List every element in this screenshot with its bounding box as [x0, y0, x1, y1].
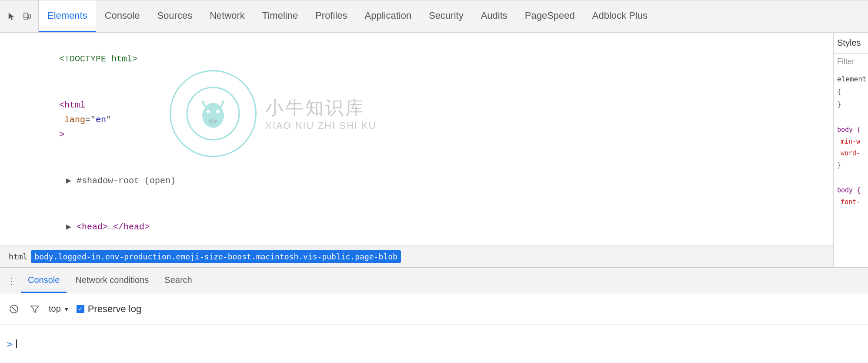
breadcrumb-body[interactable]: body.logged-in.env-production.emoji-size…	[31, 250, 401, 263]
tab-security[interactable]: Security	[420, 0, 472, 32]
styles-content: element { } body { min-w word- } body { …	[834, 70, 868, 212]
main-area: <!DOCTYPE html> <html lang="en" > ▶ #sha…	[0, 33, 868, 267]
preserve-log-checkbox[interactable]: ✓	[77, 305, 84, 313]
clear-console-button[interactable]	[7, 302, 21, 316]
tab-application[interactable]: Application	[356, 0, 421, 32]
svg-rect-0	[24, 13, 28, 19]
console-tab-network-conditions[interactable]: Network conditions	[68, 268, 156, 293]
console-input-area: >	[0, 325, 868, 363]
breadcrumb-bar: html body.logged-in.env-production.emoji…	[0, 245, 833, 267]
console-tab-console[interactable]: Console	[21, 268, 67, 293]
cursor-icon[interactable]	[5, 10, 17, 23]
dom-line[interactable]: <html lang="en" >	[0, 82, 833, 158]
context-selector[interactable]: top ▼	[49, 304, 70, 314]
svg-rect-1	[28, 15, 30, 18]
styles-filter: Filter	[834, 54, 868, 70]
tab-profiles[interactable]: Profiles	[307, 0, 356, 32]
tab-audits[interactable]: Audits	[472, 0, 516, 32]
console-toolbar: top ▼ ✓ Preserve log	[0, 293, 868, 325]
tab-bar-icons	[0, 0, 39, 32]
tab-console[interactable]: Console	[96, 0, 149, 32]
dom-line[interactable]: <!DOCTYPE html>	[0, 36, 833, 82]
filter-button[interactable]	[28, 302, 42, 316]
console-area: ⋮ Console Network conditions Search	[0, 267, 868, 363]
dom-tree[interactable]: <!DOCTYPE html> <html lang="en" > ▶ #sha…	[0, 33, 833, 245]
dom-line[interactable]: ▶ #shadow-root (open)	[0, 158, 833, 204]
svg-line-4	[12, 307, 16, 311]
elements-panel: <!DOCTYPE html> <html lang="en" > ▶ #sha…	[0, 33, 833, 267]
breadcrumb-html[interactable]: html	[5, 250, 31, 263]
console-tabs: ⋮ Console Network conditions Search	[0, 268, 868, 293]
tab-network[interactable]: Network	[201, 0, 254, 32]
styles-panel: Styles Filter element { } body { min-w w…	[833, 33, 868, 267]
console-cursor[interactable]	[16, 339, 17, 348]
preserve-log-checkbox-area[interactable]: ✓ Preserve log	[77, 303, 142, 315]
tab-pagespeed[interactable]: PageSpeed	[516, 0, 584, 32]
tab-elements[interactable]: Elements	[39, 0, 96, 32]
devtools-tab-bar: Elements Console Sources Network Timelin…	[0, 0, 868, 33]
console-more-button[interactable]: ⋮	[3, 273, 19, 289]
tab-adblock[interactable]: Adblock Plus	[584, 0, 656, 32]
tab-timeline[interactable]: Timeline	[254, 0, 307, 32]
device-icon[interactable]	[21, 10, 33, 23]
console-tab-search[interactable]: Search	[157, 268, 199, 293]
devtools-window: Elements Console Sources Network Timelin…	[0, 0, 868, 363]
dom-line[interactable]: ▶ <head>…</head>	[0, 204, 833, 245]
styles-header: Styles	[834, 33, 868, 54]
tab-sources[interactable]: Sources	[148, 0, 201, 32]
console-prompt: >	[7, 339, 13, 350]
